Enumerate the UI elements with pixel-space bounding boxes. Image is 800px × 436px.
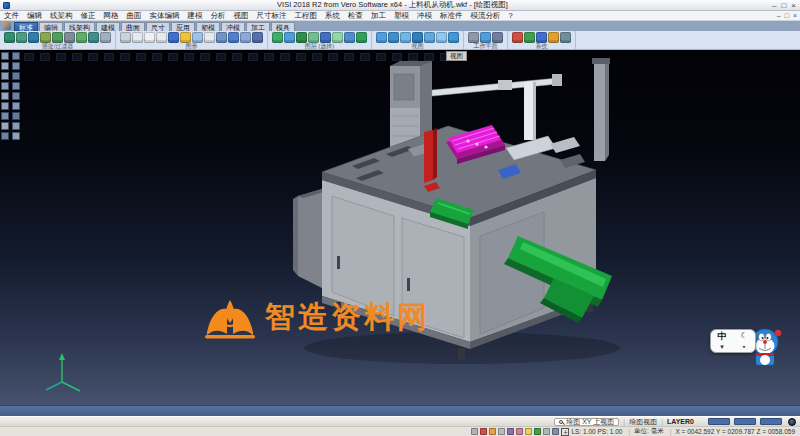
menu-item[interactable]: 塑模 xyxy=(390,11,413,21)
ribbon-icon[interactable] xyxy=(480,32,491,43)
menu-item[interactable]: 建模 xyxy=(184,11,207,21)
ribbon-icon[interactable] xyxy=(332,32,343,43)
ribbon-icon[interactable] xyxy=(536,32,547,43)
color-swatch[interactable] xyxy=(734,418,756,425)
ribbon-icon[interactable] xyxy=(376,32,387,43)
ribbon-icon[interactable] xyxy=(4,32,15,43)
ribbon-icon[interactable] xyxy=(356,32,367,43)
ime-toolbar[interactable]: 中 ☾ ▾ ▪ xyxy=(710,329,756,353)
ribbon-icon[interactable] xyxy=(52,32,63,43)
menu-item[interactable]: 文件 xyxy=(0,11,23,21)
menu-item[interactable]: 实体编辑 xyxy=(146,11,184,21)
menu-item[interactable]: 分析 xyxy=(207,11,230,21)
menu-item[interactable]: 线架构 xyxy=(46,11,77,21)
ribbon-options-icon[interactable] xyxy=(3,22,11,30)
menu-item[interactable]: 系统 xyxy=(321,11,344,21)
ribbon-tab[interactable]: 线架构 xyxy=(64,22,95,31)
doc-close-button[interactable]: × xyxy=(793,11,797,21)
menu-item[interactable]: 曲面 xyxy=(123,11,146,21)
ribbon-icon[interactable] xyxy=(512,32,523,43)
menu-item[interactable]: 工程图 xyxy=(291,11,322,21)
status-icon[interactable] xyxy=(471,428,478,435)
status-icon[interactable] xyxy=(534,428,541,435)
ribbon-icon[interactable] xyxy=(228,32,239,43)
ime-moon-icon[interactable]: ☾ xyxy=(740,331,747,341)
ribbon-icon[interactable] xyxy=(400,32,411,43)
ribbon-tab[interactable]: 应用 xyxy=(171,22,195,31)
ribbon-tab[interactable]: 建模 xyxy=(96,22,120,31)
view-mode-field[interactable]: 绘图 XY 上视图 xyxy=(554,418,619,426)
ribbon-icon[interactable] xyxy=(560,32,571,43)
ribbon-icon[interactable] xyxy=(344,32,355,43)
ribbon-icon[interactable] xyxy=(240,32,251,43)
ribbon-tab[interactable]: 尺寸 xyxy=(146,22,170,31)
ribbon-icon[interactable] xyxy=(436,32,447,43)
ribbon-icon[interactable] xyxy=(412,32,423,43)
ribbon-icon[interactable] xyxy=(252,32,263,43)
ribbon-tab[interactable]: 加工 xyxy=(246,22,270,31)
ribbon-icon[interactable] xyxy=(144,32,155,43)
ribbon-icon[interactable] xyxy=(132,32,143,43)
ribbon-icon[interactable] xyxy=(64,32,75,43)
status-icon[interactable] xyxy=(516,428,523,435)
ribbon-icon[interactable] xyxy=(28,32,39,43)
ribbon-icon[interactable] xyxy=(180,32,191,43)
ribbon-icon[interactable] xyxy=(284,32,295,43)
status-icon[interactable] xyxy=(480,428,487,435)
doc-restore-button[interactable]: □ xyxy=(785,11,789,21)
status-icon[interactable] xyxy=(498,428,505,435)
ribbon-tab[interactable]: 编辑 xyxy=(39,22,63,31)
ime-keyboard-icon[interactable]: ▪ xyxy=(743,343,745,351)
status-icon[interactable] xyxy=(543,428,550,435)
ribbon-tab[interactable]: 曲面 xyxy=(121,22,145,31)
maximize-button[interactable]: □ xyxy=(781,1,786,10)
color-indicator-icon[interactable] xyxy=(788,418,796,426)
ribbon-icon[interactable] xyxy=(100,32,111,43)
snap-grid-icon[interactable]: + xyxy=(561,428,569,436)
ribbon-icon[interactable] xyxy=(492,32,503,43)
ribbon-icon[interactable] xyxy=(204,32,215,43)
machine-right-pillar[interactable] xyxy=(592,58,610,161)
ribbon-icon[interactable] xyxy=(308,32,319,43)
status-icon[interactable] xyxy=(552,428,559,435)
menu-item[interactable]: 网格 xyxy=(100,11,123,21)
machine-left-cabinet[interactable] xyxy=(293,189,327,288)
viewport-3d[interactable]: 视图 xyxy=(0,50,800,405)
ribbon-tab[interactable]: 冲模 xyxy=(221,22,245,31)
status-icon[interactable] xyxy=(507,428,514,435)
menu-item[interactable]: 标准件 xyxy=(436,11,467,21)
ribbon-icon[interactable] xyxy=(468,32,479,43)
machine-3d-model[interactable] xyxy=(0,50,800,405)
ribbon-icon[interactable] xyxy=(168,32,179,43)
status-icon[interactable] xyxy=(489,428,496,435)
menu-item[interactable]: 冲模 xyxy=(413,11,436,21)
ime-menu-arrow-icon[interactable]: ▾ xyxy=(720,343,724,351)
ribbon-icon[interactable] xyxy=(120,32,131,43)
color-swatch[interactable] xyxy=(708,418,730,425)
ribbon-icon[interactable] xyxy=(320,32,331,43)
menu-item[interactable]: 尺寸标注 xyxy=(253,11,291,21)
ribbon-icon[interactable] xyxy=(296,32,307,43)
ribbon-tab[interactable]: 标准 xyxy=(14,22,38,31)
view-name-label[interactable]: 绘图视图 xyxy=(629,417,657,427)
menu-item[interactable]: 模流分析 xyxy=(467,11,505,21)
ime-mode-button[interactable]: 中 xyxy=(718,331,727,341)
menu-item[interactable]: 编辑 xyxy=(23,11,46,21)
ribbon-icon[interactable] xyxy=(88,32,99,43)
ribbon-icon[interactable] xyxy=(548,32,559,43)
ribbon-tab[interactable]: 模具 xyxy=(271,22,295,31)
ribbon-icon[interactable] xyxy=(388,32,399,43)
active-layer-label[interactable]: LAYER0 xyxy=(667,418,694,425)
color-swatch[interactable] xyxy=(760,418,782,425)
ribbon-icon[interactable] xyxy=(192,32,203,43)
ribbon-tab[interactable]: 塑模 xyxy=(196,22,220,31)
menu-item[interactable]: 加工 xyxy=(367,11,390,21)
ribbon-icon[interactable] xyxy=(76,32,87,43)
menu-item[interactable]: 检查 xyxy=(344,11,367,21)
menu-item[interactable]: 视图 xyxy=(230,11,253,21)
status-icon[interactable] xyxy=(525,428,532,435)
doc-minimize-button[interactable]: – xyxy=(777,11,781,21)
ribbon-icon[interactable] xyxy=(156,32,167,43)
ribbon-icon[interactable] xyxy=(448,32,459,43)
menu-item[interactable]: ? xyxy=(505,11,517,21)
